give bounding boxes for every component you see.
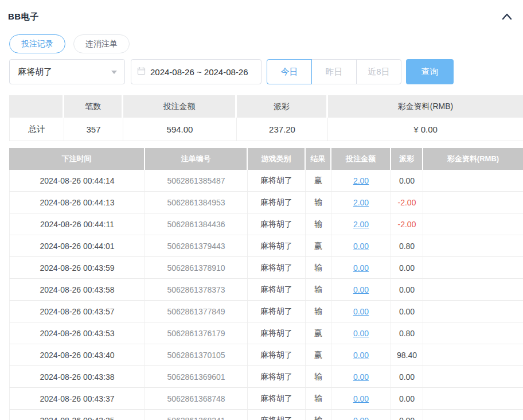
cell-order-id: 5062861379443 [145, 235, 248, 257]
summary-total-row: 总计 357 594.00 237.20 ¥ 0.00 [9, 118, 523, 141]
col-payout: 派彩 [391, 148, 423, 170]
bet-amount-link[interactable]: 0.00 [353, 263, 369, 273]
records-header-row: 下注时间 注单编号 游戏类别 结果 投注金额 派彩 彩金资料(RMB) [9, 148, 523, 170]
cell-order-id: 5062861384436 [145, 213, 248, 235]
cell-jackpot [423, 257, 523, 279]
quick-date-buttons: 今日 昨日 近8日 [267, 59, 401, 84]
cell-result: 赢 [306, 235, 331, 257]
cell-bet-time: 2024-08-26 00:44:13 [9, 192, 145, 213]
summary-total-payout: 237.20 [237, 118, 328, 141]
cell-jackpot [423, 213, 523, 235]
summary-col-bet-amount: 投注金额 [123, 95, 237, 118]
cell-jackpot [423, 192, 523, 213]
cell-order-id: 5062861378373 [145, 279, 248, 301]
col-game-type: 游戏类别 [248, 148, 306, 170]
game-select[interactable]: 麻将胡了 [9, 59, 125, 84]
table-row: 2024-08-26 00:43:37 5062861368748 麻将胡了 输… [9, 388, 523, 410]
cell-order-id: 5062861378910 [145, 257, 248, 279]
table-row: 2024-08-26 00:44:13 5062861384953 麻将胡了 输… [9, 192, 523, 213]
cell-jackpot [423, 366, 523, 388]
table-row: 2024-08-26 00:43:58 5062861378373 麻将胡了 输… [9, 279, 523, 301]
cell-bet-amount: 0.00 [331, 301, 391, 322]
bet-amount-link[interactable]: 0.00 [353, 416, 369, 420]
summary-total-jackpot: ¥ 0.00 [328, 118, 523, 141]
cell-bet-time: 2024-08-26 00:43:59 [9, 257, 145, 279]
cell-result: 赢 [306, 344, 331, 366]
today-button[interactable]: 今日 [267, 59, 312, 84]
bet-amount-link[interactable]: 0.00 [353, 242, 369, 251]
cell-jackpot [423, 322, 523, 344]
bet-amount-link[interactable]: 0.00 [353, 329, 369, 338]
cell-game-type: 麻将胡了 [248, 235, 306, 257]
summary-col-jackpot: 彩金资料(RMB) [328, 95, 523, 118]
cell-order-id: 5062861377849 [145, 301, 248, 322]
cell-bet-time: 2024-08-26 00:43:38 [9, 366, 145, 388]
cell-result: 赢 [306, 322, 331, 344]
date-range-input[interactable]: 2024-08-26 ~ 2024-08-26 [131, 59, 262, 84]
cell-bet-amount: 0.00 [331, 410, 391, 420]
cell-order-id: 5062861376179 [145, 322, 248, 344]
cell-bet-amount: 2.00 [331, 213, 391, 235]
summary-total-bet-amount: 594.00 [123, 118, 237, 141]
cell-result: 输 [306, 257, 331, 279]
cell-payout: 0.00 [391, 301, 423, 322]
cell-bet-amount: 2.00 [331, 192, 391, 213]
cell-order-id: 5062861369601 [145, 366, 248, 388]
cell-jackpot [423, 279, 523, 301]
cell-jackpot [423, 170, 523, 192]
bet-amount-link[interactable]: 2.00 [353, 198, 369, 207]
cell-game-type: 麻将胡了 [248, 192, 306, 213]
panel-header: BB电子 [0, 0, 523, 24]
cell-bet-time: 2024-08-26 00:43:35 [9, 410, 145, 420]
cell-game-type: 麻将胡了 [248, 170, 306, 192]
cell-payout: 0.00 [391, 388, 423, 410]
summary-col-count: 笔数 [64, 95, 123, 118]
bet-amount-link[interactable]: 2.00 [353, 176, 369, 185]
page-title: BB电子 [8, 11, 39, 22]
table-row: 2024-08-26 00:44:11 5062861384436 麻将胡了 输… [9, 213, 523, 235]
cell-order-id: 5062861368241 [145, 410, 248, 420]
cell-payout: 0.80 [391, 322, 423, 344]
bet-amount-link[interactable]: 0.00 [353, 307, 369, 316]
table-row: 2024-08-26 00:43:53 5062861376179 麻将胡了 赢… [9, 322, 523, 344]
bet-amount-link[interactable]: 0.00 [353, 285, 369, 294]
collapse-panel-button[interactable] [500, 10, 514, 24]
col-jackpot: 彩金资料(RMB) [423, 148, 523, 170]
summary-header-row: 笔数 投注金额 派彩 彩金资料(RMB) [9, 95, 523, 118]
game-select-value: 麻将胡了 [18, 67, 52, 77]
cell-jackpot [423, 388, 523, 410]
bet-amount-link[interactable]: 0.00 [353, 372, 369, 382]
table-row: 2024-08-26 00:43:57 5062861377849 麻将胡了 输… [9, 301, 523, 322]
cell-order-id: 5062861368748 [145, 388, 248, 410]
cell-payout: 0.00 [391, 279, 423, 301]
last-8-days-button[interactable]: 近8日 [356, 59, 401, 84]
cell-bet-amount: 2.00 [331, 170, 391, 192]
cell-bet-amount: 0.00 [331, 279, 391, 301]
table-row: 2024-08-26 00:43:59 5062861378910 麻将胡了 输… [9, 257, 523, 279]
cell-order-id: 5062861384953 [145, 192, 248, 213]
bet-amount-link[interactable]: 0.00 [353, 394, 369, 403]
cell-result: 输 [306, 366, 331, 388]
bet-amount-link[interactable]: 2.00 [353, 220, 369, 229]
tab-betting-records[interactable]: 投注记录 [9, 34, 65, 53]
cell-payout: 0.00 [391, 257, 423, 279]
bet-amount-link[interactable]: 0.00 [353, 351, 369, 360]
cell-jackpot [423, 301, 523, 322]
cell-bet-amount: 0.00 [331, 366, 391, 388]
cell-payout: 0.00 [391, 410, 423, 420]
cell-bet-time: 2024-08-26 00:44:11 [9, 213, 145, 235]
col-order-id: 注单编号 [145, 148, 248, 170]
cell-payout: 0.80 [391, 235, 423, 257]
cell-bet-time: 2024-08-26 00:44:01 [9, 235, 145, 257]
cell-game-type: 麻将胡了 [248, 301, 306, 322]
cell-order-id: 5062861370105 [145, 344, 248, 366]
search-button[interactable]: 查询 [406, 59, 454, 84]
filters-bar: 麻将胡了 2024-08-26 ~ 2024-08-26 今日 昨日 近8日 查… [9, 59, 523, 84]
cell-game-type: 麻将胡了 [248, 322, 306, 344]
summary-col-payout: 派彩 [237, 95, 328, 118]
cell-result: 输 [306, 279, 331, 301]
table-row: 2024-08-26 00:43:38 5062861369601 麻将胡了 输… [9, 366, 523, 388]
tab-cancelled-orders[interactable]: 连消注单 [73, 34, 130, 53]
yesterday-button[interactable]: 昨日 [311, 59, 357, 84]
summary-total-label: 总计 [9, 118, 64, 141]
